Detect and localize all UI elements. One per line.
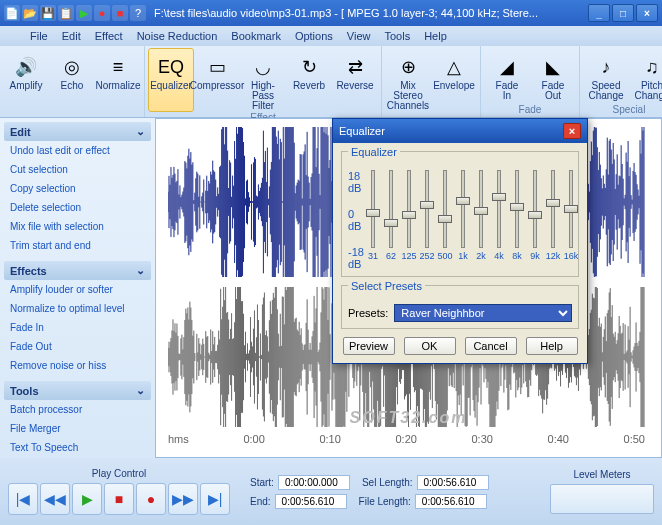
sidebar-item[interactable]: File Merger: [4, 419, 151, 438]
menu-options[interactable]: Options: [295, 30, 333, 42]
sidebar-item[interactable]: Cut selection: [4, 160, 151, 179]
eq-thumb[interactable]: [510, 203, 524, 211]
equalizer-dialog: Equalizer × Equalizer 18 dB 0 dB -18 dB …: [332, 118, 588, 364]
ribbon-amplify-button[interactable]: 🔊 Amplify: [3, 48, 49, 117]
eq-slider-4k[interactable]: [497, 170, 501, 248]
fade-in-icon: ◢: [493, 53, 521, 81]
dialog-close-button[interactable]: ×: [563, 123, 581, 139]
sidebar-item[interactable]: Remove noise or hiss: [4, 356, 151, 375]
ribbon-reverse-button[interactable]: ⇄ Reverse: [332, 48, 378, 112]
high-pass-filter-icon: ◡: [249, 53, 277, 81]
ribbon-mix-stereo-channels-button[interactable]: ⊕ MixStereo Channels: [385, 48, 431, 117]
menu-effect[interactable]: Effect: [95, 30, 123, 42]
eq-slider-125[interactable]: [407, 170, 411, 248]
ribbon-fade-out-button[interactable]: ◣ FadeOut: [530, 48, 576, 104]
eq-slider-16k[interactable]: [569, 170, 573, 248]
eq-slider-252[interactable]: [425, 170, 429, 248]
eq-band-125: 125: [400, 170, 418, 270]
rewind-button[interactable]: ◀◀: [40, 483, 70, 515]
goto-end-button[interactable]: ▶|: [200, 483, 230, 515]
eq-slider-12k[interactable]: [551, 170, 555, 248]
ribbon-envelope-button[interactable]: △ Envelope: [431, 48, 477, 117]
sidebar-item[interactable]: Normalize to optimal level: [4, 299, 151, 318]
stop-button[interactable]: ■: [104, 483, 134, 515]
eq-thumb[interactable]: [438, 215, 452, 223]
eq-thumb[interactable]: [528, 211, 542, 219]
ribbon-high-pass-filter-button[interactable]: ◡ High-PassFilter: [240, 48, 286, 112]
qat-record-icon[interactable]: ●: [94, 5, 110, 21]
qat-open-icon[interactable]: 📂: [22, 5, 38, 21]
record-button[interactable]: ●: [136, 483, 166, 515]
presets-legend: Select Presets: [348, 280, 425, 292]
menu-help[interactable]: Help: [424, 30, 447, 42]
presets-select[interactable]: Raver Neighhbor: [394, 304, 572, 322]
eq-thumb[interactable]: [384, 219, 398, 227]
eq-band-1k: 1k: [454, 170, 472, 270]
menu-tools[interactable]: Tools: [384, 30, 410, 42]
eq-slider-2k[interactable]: [479, 170, 483, 248]
menu-file[interactable]: File: [30, 30, 48, 42]
ribbon-echo-button[interactable]: ◎ Echo: [49, 48, 95, 117]
eq-thumb[interactable]: [420, 201, 434, 209]
qat-play-icon[interactable]: ▶: [76, 5, 92, 21]
eq-slider-500[interactable]: [443, 170, 447, 248]
fade-out-icon: ◣: [539, 53, 567, 81]
sidebar-item[interactable]: Batch processor: [4, 400, 151, 419]
sidebar-item[interactable]: Amplify louder or softer: [4, 280, 151, 299]
menu-edit[interactable]: Edit: [62, 30, 81, 42]
ribbon-reverb-button[interactable]: ↻ Reverb: [286, 48, 332, 112]
eq-thumb[interactable]: [366, 209, 380, 217]
eq-thumb[interactable]: [546, 199, 560, 207]
close-button[interactable]: ×: [636, 4, 658, 22]
eq-thumb[interactable]: [492, 193, 506, 201]
eq-slider-8k[interactable]: [515, 170, 519, 248]
sidebar-item[interactable]: Trim start and end: [4, 236, 151, 255]
sidebar-item[interactable]: Copy selection: [4, 179, 151, 198]
eq-slider-9k[interactable]: [533, 170, 537, 248]
eq-slider-31[interactable]: [371, 170, 375, 248]
menu-bookmark[interactable]: Bookmark: [231, 30, 281, 42]
qat-save-icon[interactable]: 💾: [40, 5, 56, 21]
eq-thumb[interactable]: [564, 205, 578, 213]
ribbon-compressor-button[interactable]: ▭ Compressor: [194, 48, 240, 112]
eq-slider-1k[interactable]: [461, 170, 465, 248]
help-button[interactable]: Help: [526, 337, 578, 355]
minimize-button[interactable]: _: [588, 4, 610, 22]
eq-thumb[interactable]: [402, 211, 416, 219]
sidebar-item[interactable]: Undo last edit or effect: [4, 141, 151, 160]
cancel-button[interactable]: Cancel: [465, 337, 517, 355]
ribbon-pitch-change-button[interactable]: ♫ PitchChange: [629, 48, 662, 104]
qat-stop-icon[interactable]: ■: [112, 5, 128, 21]
qat-new-icon[interactable]: 📄: [4, 5, 20, 21]
maximize-button[interactable]: □: [612, 4, 634, 22]
ribbon-equalizer-button[interactable]: EQ Equalizer: [148, 48, 194, 112]
sidebar-header-tools[interactable]: Tools⌄: [4, 381, 151, 400]
preview-button[interactable]: Preview: [343, 337, 395, 355]
sidebar-item[interactable]: Mix file with selection: [4, 217, 151, 236]
ribbon-speed-change-button[interactable]: ♪ SpeedChange: [583, 48, 629, 104]
menu-view[interactable]: View: [347, 30, 371, 42]
sidebar-item[interactable]: Text To Speech: [4, 438, 151, 457]
eq-thumb[interactable]: [456, 197, 470, 205]
sidebar-item[interactable]: Fade In: [4, 318, 151, 337]
ribbon-fade-in-button[interactable]: ◢ FadeIn: [484, 48, 530, 104]
eq-thumb[interactable]: [474, 207, 488, 215]
end-time: 0:00:56.610: [275, 494, 347, 509]
goto-start-button[interactable]: |◀: [8, 483, 38, 515]
sidebar-item[interactable]: Delete selection: [4, 198, 151, 217]
sidebar-item[interactable]: Fade Out: [4, 337, 151, 356]
sidebar-item[interactable]: WMA Information: [4, 457, 151, 458]
eq-slider-62[interactable]: [389, 170, 393, 248]
qat-help-icon[interactable]: ?: [130, 5, 146, 21]
sidebar-header-effects[interactable]: Effects⌄: [4, 261, 151, 280]
forward-button[interactable]: ▶▶: [168, 483, 198, 515]
ribbon-normalize-button[interactable]: ≡ Normalize: [95, 48, 141, 117]
menu-noise-reduction[interactable]: Noise Reduction: [137, 30, 218, 42]
sidebar-header-edit[interactable]: Edit⌄: [4, 122, 151, 141]
ok-button[interactable]: OK: [404, 337, 456, 355]
qat-copy-icon[interactable]: 📋: [58, 5, 74, 21]
eq-band-12k: 12k: [544, 170, 562, 270]
play-button[interactable]: ▶: [72, 483, 102, 515]
presets-label: Presets:: [348, 307, 388, 319]
reverse-icon: ⇄: [341, 53, 369, 81]
